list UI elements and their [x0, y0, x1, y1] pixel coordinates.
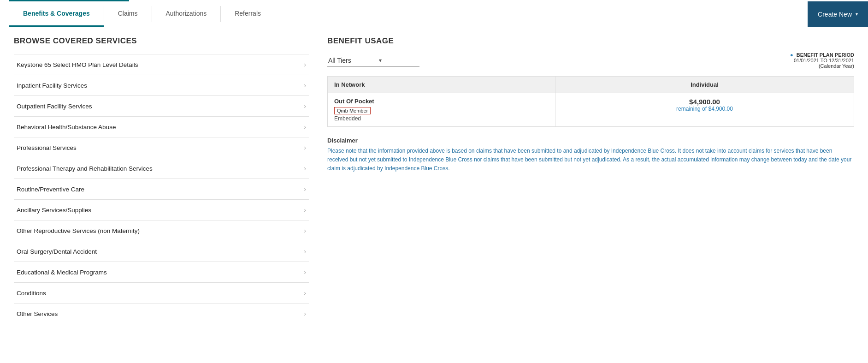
service-list: Keystone 65 Select HMO Plan Level Detail…: [14, 54, 309, 324]
service-label: Other Services: [17, 310, 58, 317]
table-row: Out Of Pocket Qmb Member Embedded $4,900…: [328, 93, 854, 127]
service-item-conditions[interactable]: Conditions›: [14, 283, 309, 303]
period-note: (Calendar Year): [790, 63, 854, 69]
qmb-badge: Qmb Member: [334, 107, 371, 114]
chevron-right-icon: ›: [304, 82, 306, 89]
disclaimer-section: Disclaimer Please note that the informat…: [327, 137, 854, 173]
row-label-main: Out Of Pocket: [334, 98, 549, 105]
tab-referrals[interactable]: Referrals: [221, 1, 275, 27]
service-item-educational[interactable]: Educational & Medical Programs›: [14, 262, 309, 283]
tier-select[interactable]: All Tiers ▾: [327, 55, 419, 66]
service-item-reproductive[interactable]: Other Reproductive Services (non Materni…: [14, 220, 309, 241]
period-date-range: 01/01/2021 TO 12/31/2021: [790, 58, 854, 63]
service-item-other[interactable]: Other Services›: [14, 303, 309, 324]
browse-title: BROWSE COVERED SERVICES: [14, 36, 309, 46]
service-label: Other Reproductive Services (non Materni…: [17, 227, 140, 234]
amount-main: $4,900.00: [562, 98, 847, 106]
chevron-right-icon: ›: [304, 102, 306, 110]
service-item-keystone[interactable]: Keystone 65 Select HMO Plan Level Detail…: [14, 54, 309, 75]
left-panel: BROWSE COVERED SERVICES Keystone 65 Sele…: [14, 36, 309, 324]
service-item-ancillary[interactable]: Ancillary Services/Supplies›: [14, 200, 309, 220]
chevron-right-icon: ›: [304, 123, 306, 131]
service-label: Conditions: [17, 290, 46, 297]
create-new-button[interactable]: Create New ▾: [808, 1, 868, 27]
table-header-network: In Network: [328, 77, 555, 93]
service-label: Professional Services: [17, 144, 77, 151]
period-label: BENEFIT PLAN PERIOD: [797, 52, 854, 58]
chevron-right-icon: ›: [304, 310, 306, 317]
service-label: Inpatient Facility Services: [17, 82, 87, 89]
tier-select-row: All Tiers ▾ ● BENEFIT PLAN PERIOD 01/01/…: [327, 52, 854, 69]
chevron-right-icon: ›: [304, 165, 306, 172]
table-header-individual: Individual: [555, 77, 854, 93]
service-label: Behavioral Health/Substance Abuse: [17, 124, 116, 131]
chevron-right-icon: ›: [304, 61, 306, 68]
service-label: Professional Therapy and Rehabilitation …: [17, 165, 153, 172]
table-cell-amount: $4,900.00 remaining of $4,900.00: [555, 93, 854, 127]
service-item-routine[interactable]: Routine/Preventive Care›: [14, 179, 309, 200]
amount-sub: remaining of $4,900.00: [562, 106, 847, 112]
service-item-outpatient[interactable]: Outpatient Facility Services›: [14, 96, 309, 117]
chevron-right-icon: ›: [304, 185, 306, 193]
service-label: Oral Surgery/Dental Accident: [17, 248, 97, 255]
chevron-right-icon: ›: [304, 248, 306, 255]
service-label: Keystone 65 Select HMO Plan Level Detail…: [17, 61, 138, 68]
create-new-label: Create New: [818, 11, 852, 18]
chevron-right-icon: ›: [304, 144, 306, 151]
tab-claims[interactable]: Claims: [104, 1, 152, 27]
service-item-therapy[interactable]: Professional Therapy and Rehabilitation …: [14, 158, 309, 179]
tab-benefits[interactable]: Benefits & Coverages: [9, 1, 104, 27]
right-panel: BENEFIT USAGE All Tiers ▾ ● BENEFIT PLAN…: [327, 36, 854, 324]
table-cell-label: Out Of Pocket Qmb Member Embedded: [328, 93, 555, 127]
service-item-oral[interactable]: Oral Surgery/Dental Accident›: [14, 241, 309, 262]
tab-bar: Benefits & Coverages Claims Authorizatio…: [0, 1, 868, 27]
service-label: Routine/Preventive Care: [17, 186, 84, 193]
tab-authorizations[interactable]: Authorizations: [152, 1, 221, 27]
service-label: Outpatient Facility Services: [17, 103, 92, 110]
service-label: Ancillary Services/Supplies: [17, 207, 91, 214]
chevron-right-icon: ›: [304, 268, 306, 276]
disclaimer-text: Please note that the information provide…: [327, 147, 854, 173]
service-item-inpatient[interactable]: Inpatient Facility Services›: [14, 75, 309, 96]
benefit-period-info: ● BENEFIT PLAN PERIOD 01/01/2021 TO 12/3…: [790, 52, 854, 69]
disclaimer-title: Disclaimer: [327, 137, 854, 144]
dropdown-arrow-icon: ▾: [379, 57, 382, 64]
period-dot: ●: [790, 52, 793, 58]
chevron-right-icon: ›: [304, 206, 306, 214]
service-label: Educational & Medical Programs: [17, 269, 107, 276]
benefit-title: BENEFIT USAGE: [327, 36, 854, 46]
row-sub-label: Embedded: [334, 115, 549, 122]
service-item-professional[interactable]: Professional Services›: [14, 137, 309, 158]
main-content: BROWSE COVERED SERVICES Keystone 65 Sele…: [0, 27, 868, 333]
tier-value: All Tiers: [328, 57, 351, 64]
benefit-table: In Network Individual Out Of Pocket Qmb …: [327, 76, 854, 127]
service-item-behavioral[interactable]: Behavioral Health/Substance Abuse›: [14, 117, 309, 137]
chevron-right-icon: ›: [304, 289, 306, 297]
create-new-chevron: ▾: [856, 12, 858, 17]
chevron-right-icon: ›: [304, 227, 306, 234]
